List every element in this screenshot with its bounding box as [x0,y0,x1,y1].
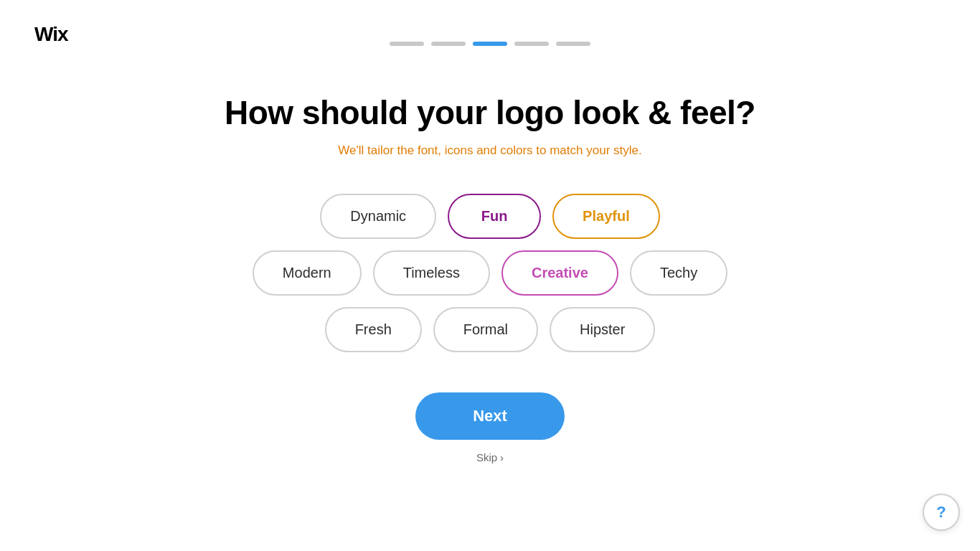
option-playful[interactable]: Playful [552,194,660,239]
page-title: How should your logo look & feel? [225,93,755,132]
skip-button[interactable]: Skip › [476,451,504,463]
options-row-3: Fresh Formal Hipster [325,307,656,352]
wix-logo: Wix [34,23,68,46]
option-fresh[interactable]: Fresh [325,307,422,352]
option-modern[interactable]: Modern [253,250,362,296]
next-button[interactable]: Next [415,392,565,440]
progress-step-3 [473,42,507,46]
progress-step-5 [556,42,590,46]
option-techy[interactable]: Techy [630,250,727,296]
option-dynamic[interactable]: Dynamic [320,194,436,239]
help-button[interactable]: ? [923,494,960,531]
progress-step-4 [514,42,549,46]
options-row-2: Modern Timeless Creative Techy [253,250,727,296]
option-hipster[interactable]: Hipster [550,307,655,352]
progress-step-2 [431,42,466,46]
option-timeless[interactable]: Timeless [373,250,490,296]
option-fun[interactable]: Fun [448,194,541,239]
page-subtitle: We'll tailor the font, icons and colors … [338,143,641,158]
skip-label: Skip [476,451,497,463]
option-creative[interactable]: Creative [501,250,618,296]
progress-step-1 [390,42,424,46]
skip-arrow-icon: › [500,451,504,463]
main-content: How should your logo look & feel? We'll … [167,72,813,463]
progress-bar [390,42,590,46]
option-formal[interactable]: Formal [433,307,538,352]
options-container: Dynamic Fun Playful Modern Timeless Crea… [253,194,727,352]
options-row-1: Dynamic Fun Playful [320,194,659,239]
